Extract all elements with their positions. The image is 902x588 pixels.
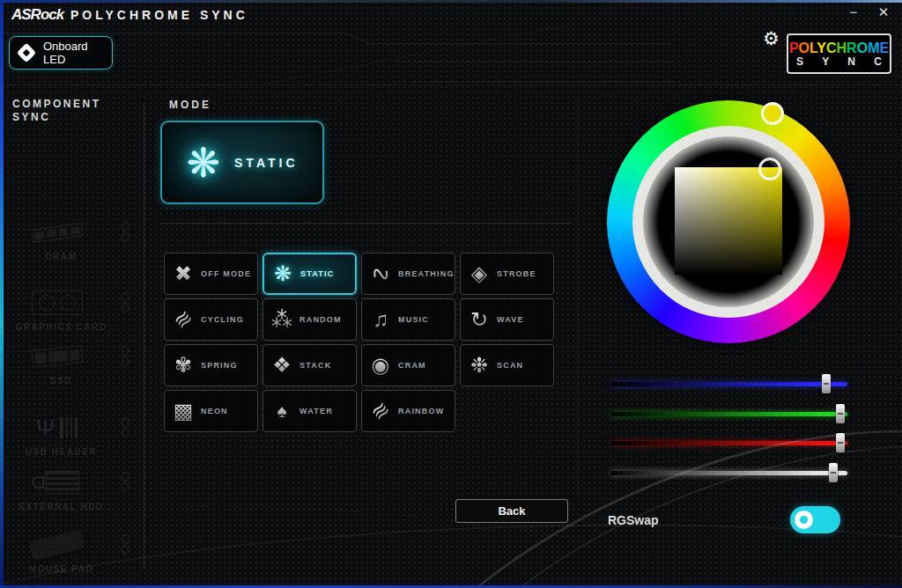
panel-divider	[577, 97, 578, 497]
usb-header-icon: Ψ	[32, 413, 83, 443]
white-slider[interactable]	[610, 462, 847, 483]
sidebar-item-usb-header[interactable]: ΨUSB HEADER	[0, 410, 144, 459]
logo-sync-text: S Y N C	[796, 55, 890, 68]
color-wheel	[607, 100, 850, 343]
logo-letter: R	[847, 40, 857, 55]
hue-selector-knob[interactable]	[761, 102, 784, 125]
window-top-edge	[0, 0, 902, 3]
mode-tile-static[interactable]: ❋STATIC	[262, 253, 357, 295]
sidebar-rail	[144, 102, 144, 570]
blue-slider-track[interactable]	[610, 382, 847, 386]
mode-tile-label: SPRING	[201, 361, 238, 370]
sidebar-title: COMPONENTSYNC	[12, 98, 101, 124]
selected-mode-label: STATIC	[234, 156, 298, 170]
white-slider-handle[interactable]	[829, 463, 838, 482]
mode-tile-label: BREATHING	[398, 269, 455, 278]
header-accent-line	[346, 33, 369, 43]
logo-word: POLYCHROME	[789, 40, 889, 55]
mode-tile-off-mode[interactable]: ✖OFF MODE	[164, 253, 258, 295]
mode-tile-label: STROBE	[497, 269, 536, 278]
sidebar-item-ssd[interactable]: SSD	[0, 339, 144, 388]
asrock-logo: ASRock	[11, 6, 63, 24]
sidebar-item-label: EXTERNAL HDD	[0, 502, 122, 511]
green-slider-handle[interactable]	[836, 404, 845, 423]
off-mode-icon: ✖	[171, 261, 196, 286]
sidebar-item-label: SSD	[0, 376, 122, 386]
breathing-icon: ∿	[365, 258, 396, 290]
mouse-pad-icon	[28, 529, 85, 561]
mode-tile-wave[interactable]: ↻WAVE	[460, 298, 554, 341]
component-sync-sidebar: COMPONENTSYNC DRAMGRAPHICS CARDSSDΨUSB H…	[0, 85, 150, 585]
minimize-button[interactable]: −	[842, 3, 865, 22]
selected-mode-display[interactable]: ❋ STATIC	[160, 121, 324, 204]
water-icon: ♠	[270, 399, 294, 423]
red-slider-handle[interactable]	[836, 433, 845, 452]
cram-icon: ◉	[368, 353, 393, 378]
mode-tile-cycling[interactable]: ≋CYCLING	[164, 298, 258, 341]
mode-tile-label: CRAM	[398, 361, 426, 370]
mode-tile-label: RAINBOW	[398, 407, 444, 415]
music-icon: ♫	[368, 307, 393, 332]
back-button[interactable]: Back	[455, 499, 568, 523]
red-slider[interactable]	[610, 432, 847, 453]
mode-tile-rainbow[interactable]: ≋RAINBOW	[361, 390, 455, 432]
green-slider-track[interactable]	[610, 412, 847, 416]
saturation-selector-knob[interactable]	[758, 158, 781, 180]
close-button[interactable]: ✕	[872, 3, 895, 22]
logo-letter: H	[837, 40, 847, 55]
rgswap-toggle[interactable]	[790, 506, 840, 533]
sidebar-item-mouse-pad[interactable]: MOUSE PAD	[0, 527, 144, 577]
mode-tile-label: RANDOM	[299, 315, 342, 324]
mode-tile-random[interactable]: ⁂RANDOM	[262, 298, 357, 341]
mode-section-label: MODE	[169, 99, 211, 111]
red-slider-track[interactable]	[610, 441, 847, 445]
mode-tile-neon[interactable]: ▩NEON	[164, 390, 258, 432]
sidebar-item-label: GRAPHICS CARD	[0, 322, 122, 332]
rgswap-label: RGSwap	[608, 513, 659, 527]
mode-tile-spring[interactable]: ✾SPRING	[164, 344, 258, 386]
toggle-knob	[795, 511, 813, 529]
chain-link-icon	[121, 292, 129, 313]
mode-tile-scan[interactable]: ❉SCAN	[460, 344, 554, 386]
logo-letter: O	[799, 40, 810, 55]
onboard-led-label: OnboardLED	[43, 40, 88, 66]
mode-tile-label: NEON	[201, 407, 228, 415]
chain-link-icon	[121, 472, 129, 493]
sidebar-item-label: DRAM	[0, 252, 122, 261]
mode-tile-stack[interactable]: ❖STACK	[262, 344, 357, 386]
onboard-led-button[interactable]: OnboardLED	[9, 36, 113, 70]
led-diamond-icon	[18, 44, 35, 62]
app-title: POLYCHROME SYNC	[70, 8, 248, 22]
title-bar: ASRock POLYCHROME SYNC − ✕	[0, 0, 902, 26]
mode-tile-water[interactable]: ♠WATER	[262, 390, 357, 432]
header-accent-line	[410, 81, 675, 82]
mode-tile-label: MUSIC	[398, 315, 429, 324]
sidebar-item-graphics-card[interactable]: GRAPHICS CARD	[0, 285, 144, 334]
gear-icon[interactable]: ⚙	[763, 28, 780, 49]
header-accent-line	[395, 62, 673, 62]
ssd-icon	[31, 346, 84, 368]
logo-letter: P	[789, 40, 799, 55]
green-slider[interactable]	[610, 403, 847, 424]
mode-tile-music[interactable]: ♫MUSIC	[361, 298, 455, 341]
mode-tile-cram[interactable]: ◉CRAM	[361, 344, 455, 386]
stack-icon: ❖	[270, 353, 294, 378]
saturation-square[interactable]	[675, 167, 782, 275]
cycling-icon: ≋	[166, 302, 201, 337]
sidebar-item-external-hdd[interactable]: EXTERNAL HDD	[0, 465, 144, 514]
logo-letter: E	[879, 40, 889, 55]
mode-tile-label: OFF MODE	[201, 269, 251, 278]
chain-link-icon	[121, 534, 129, 555]
blue-slider-handle[interactable]	[822, 374, 831, 393]
mode-divider	[161, 223, 571, 224]
mode-tile-strobe[interactable]: ◈STROBE	[460, 253, 554, 295]
blue-slider[interactable]	[610, 373, 847, 394]
sidebar-item-dram[interactable]: DRAM	[0, 215, 144, 264]
sidebar-item-label: USB HEADER	[0, 447, 122, 457]
static-icon: ❋	[270, 261, 295, 286]
mode-tile-breathing[interactable]: ∿BREATHING	[361, 253, 455, 295]
sidebar-item-label: MOUSE PAD	[0, 564, 122, 574]
polychrome-sync-logo: POLYCHROME S Y N C	[787, 33, 891, 74]
white-slider-track[interactable]	[610, 471, 847, 475]
mode-tile-label: STACK	[299, 361, 331, 370]
